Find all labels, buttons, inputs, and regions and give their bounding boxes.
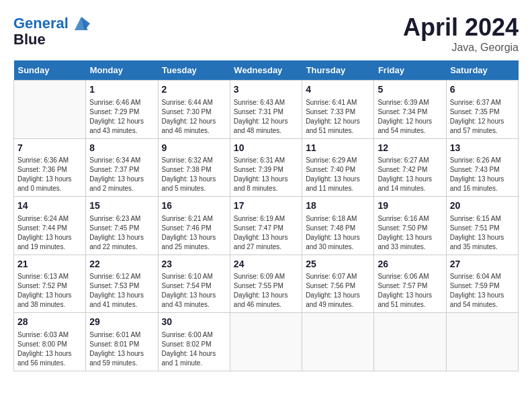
calendar-cell: 26Sunrise: 6:06 AM Sunset: 7:57 PM Dayli… bbox=[374, 255, 446, 313]
calendar-cell: 20Sunrise: 6:15 AM Sunset: 7:51 PM Dayli… bbox=[446, 197, 518, 255]
calendar-cell: 12Sunrise: 6:27 AM Sunset: 7:42 PM Dayli… bbox=[374, 138, 446, 197]
calendar-cell bbox=[14, 81, 86, 139]
day-number: 27 bbox=[450, 258, 515, 271]
logo-icon bbox=[71, 13, 91, 34]
calendar-cell bbox=[302, 313, 374, 371]
calendar-table: SundayMondayTuesdayWednesdayThursdayFrid… bbox=[13, 60, 519, 371]
day-number: 30 bbox=[162, 316, 226, 329]
day-number: 16 bbox=[162, 199, 226, 213]
day-number: 19 bbox=[378, 199, 442, 213]
day-info: Sunrise: 6:15 AM Sunset: 7:51 PM Dayligh… bbox=[450, 214, 515, 252]
day-info: Sunrise: 6:36 AM Sunset: 7:36 PM Dayligh… bbox=[17, 156, 82, 193]
weekday-header-sunday: Sunday bbox=[14, 60, 86, 81]
day-info: Sunrise: 6:09 AM Sunset: 7:55 PM Dayligh… bbox=[234, 272, 298, 310]
day-info: Sunrise: 6:43 AM Sunset: 7:31 PM Dayligh… bbox=[234, 98, 298, 136]
day-number: 28 bbox=[17, 316, 82, 329]
day-info: Sunrise: 6:24 AM Sunset: 7:44 PM Dayligh… bbox=[17, 214, 82, 252]
day-number: 14 bbox=[17, 199, 82, 213]
calendar-cell: 10Sunrise: 6:31 AM Sunset: 7:39 PM Dayli… bbox=[230, 138, 302, 197]
week-row-3: 21Sunrise: 6:13 AM Sunset: 7:52 PM Dayli… bbox=[14, 255, 519, 313]
calendar-cell: 25Sunrise: 6:07 AM Sunset: 7:56 PM Dayli… bbox=[302, 255, 374, 313]
day-info: Sunrise: 6:32 AM Sunset: 7:38 PM Dayligh… bbox=[162, 156, 226, 193]
day-info: Sunrise: 6:27 AM Sunset: 7:42 PM Dayligh… bbox=[378, 156, 442, 193]
calendar-cell: 9Sunrise: 6:32 AM Sunset: 7:38 PM Daylig… bbox=[158, 138, 230, 197]
day-number: 5 bbox=[378, 83, 442, 97]
weekday-header-saturday: Saturday bbox=[446, 60, 518, 81]
calendar-cell: 6Sunrise: 6:37 AM Sunset: 7:35 PM Daylig… bbox=[446, 81, 518, 139]
page-header: General Blue April 2024 Java, Georgia bbox=[13, 13, 519, 54]
calendar-cell: 11Sunrise: 6:29 AM Sunset: 7:40 PM Dayli… bbox=[302, 138, 374, 197]
calendar-cell: 8Sunrise: 6:34 AM Sunset: 7:37 PM Daylig… bbox=[86, 138, 158, 197]
calendar-cell: 22Sunrise: 6:12 AM Sunset: 7:53 PM Dayli… bbox=[86, 255, 158, 313]
day-info: Sunrise: 6:39 AM Sunset: 7:34 PM Dayligh… bbox=[378, 98, 442, 136]
month-title: April 2024 bbox=[403, 13, 519, 42]
day-info: Sunrise: 6:19 AM Sunset: 7:47 PM Dayligh… bbox=[234, 214, 298, 252]
day-info: Sunrise: 6:29 AM Sunset: 7:40 PM Dayligh… bbox=[306, 156, 370, 193]
day-number: 4 bbox=[306, 83, 370, 97]
day-number: 8 bbox=[89, 142, 154, 155]
calendar-cell: 17Sunrise: 6:19 AM Sunset: 7:47 PM Dayli… bbox=[230, 197, 302, 255]
weekday-header-wednesday: Wednesday bbox=[230, 60, 302, 81]
day-number: 15 bbox=[89, 199, 154, 213]
calendar-cell: 2Sunrise: 6:44 AM Sunset: 7:30 PM Daylig… bbox=[158, 81, 230, 139]
day-info: Sunrise: 6:18 AM Sunset: 7:48 PM Dayligh… bbox=[306, 214, 370, 252]
day-number: 2 bbox=[162, 83, 226, 97]
day-info: Sunrise: 6:41 AM Sunset: 7:33 PM Dayligh… bbox=[306, 98, 370, 136]
calendar-cell: 7Sunrise: 6:36 AM Sunset: 7:36 PM Daylig… bbox=[14, 138, 86, 197]
calendar-cell: 3Sunrise: 6:43 AM Sunset: 7:31 PM Daylig… bbox=[230, 81, 302, 139]
calendar-cell: 29Sunrise: 6:01 AM Sunset: 8:01 PM Dayli… bbox=[86, 313, 158, 371]
day-number: 6 bbox=[450, 83, 515, 97]
calendar-cell: 15Sunrise: 6:23 AM Sunset: 7:45 PM Dayli… bbox=[86, 197, 158, 255]
day-number: 1 bbox=[89, 83, 154, 97]
day-info: Sunrise: 6:06 AM Sunset: 7:57 PM Dayligh… bbox=[378, 272, 442, 310]
location: Java, Georgia bbox=[403, 42, 519, 54]
calendar-cell: 19Sunrise: 6:16 AM Sunset: 7:50 PM Dayli… bbox=[374, 197, 446, 255]
week-row-2: 14Sunrise: 6:24 AM Sunset: 7:44 PM Dayli… bbox=[14, 197, 519, 255]
day-info: Sunrise: 6:26 AM Sunset: 7:43 PM Dayligh… bbox=[450, 156, 515, 193]
day-number: 12 bbox=[378, 142, 442, 155]
calendar-cell: 21Sunrise: 6:13 AM Sunset: 7:52 PM Dayli… bbox=[14, 255, 86, 313]
calendar-cell bbox=[374, 313, 446, 371]
day-number: 18 bbox=[306, 199, 370, 213]
day-number: 22 bbox=[89, 258, 154, 271]
day-number: 11 bbox=[306, 142, 370, 155]
day-number: 24 bbox=[234, 258, 298, 271]
day-number: 3 bbox=[234, 83, 298, 97]
day-info: Sunrise: 6:07 AM Sunset: 7:56 PM Dayligh… bbox=[306, 272, 370, 310]
day-number: 26 bbox=[378, 258, 442, 271]
weekday-header-thursday: Thursday bbox=[302, 60, 374, 81]
week-row-1: 7Sunrise: 6:36 AM Sunset: 7:36 PM Daylig… bbox=[14, 138, 519, 197]
day-info: Sunrise: 6:34 AM Sunset: 7:37 PM Dayligh… bbox=[89, 156, 154, 193]
calendar-cell: 1Sunrise: 6:46 AM Sunset: 7:29 PM Daylig… bbox=[86, 81, 158, 139]
day-number: 17 bbox=[234, 199, 298, 213]
day-number: 29 bbox=[89, 316, 154, 329]
day-number: 7 bbox=[17, 142, 82, 155]
calendar-cell bbox=[446, 313, 518, 371]
logo-text: General bbox=[13, 15, 69, 32]
day-info: Sunrise: 6:00 AM Sunset: 8:02 PM Dayligh… bbox=[162, 330, 226, 368]
day-info: Sunrise: 6:03 AM Sunset: 8:00 PM Dayligh… bbox=[17, 330, 82, 368]
calendar-cell: 13Sunrise: 6:26 AM Sunset: 7:43 PM Dayli… bbox=[446, 138, 518, 197]
day-number: 23 bbox=[162, 258, 226, 271]
day-number: 25 bbox=[306, 258, 370, 271]
day-info: Sunrise: 6:23 AM Sunset: 7:45 PM Dayligh… bbox=[89, 214, 154, 252]
calendar-cell: 24Sunrise: 6:09 AM Sunset: 7:55 PM Dayli… bbox=[230, 255, 302, 313]
calendar-cell: 4Sunrise: 6:41 AM Sunset: 7:33 PM Daylig… bbox=[302, 81, 374, 139]
day-info: Sunrise: 6:12 AM Sunset: 7:53 PM Dayligh… bbox=[89, 272, 154, 310]
calendar-cell bbox=[230, 313, 302, 371]
calendar-cell: 14Sunrise: 6:24 AM Sunset: 7:44 PM Dayli… bbox=[14, 197, 86, 255]
weekday-header-tuesday: Tuesday bbox=[158, 60, 230, 81]
day-info: Sunrise: 6:16 AM Sunset: 7:50 PM Dayligh… bbox=[378, 214, 442, 252]
calendar-cell: 16Sunrise: 6:21 AM Sunset: 7:46 PM Dayli… bbox=[158, 197, 230, 255]
week-row-4: 28Sunrise: 6:03 AM Sunset: 8:00 PM Dayli… bbox=[14, 313, 519, 371]
weekday-header-row: SundayMondayTuesdayWednesdayThursdayFrid… bbox=[14, 60, 519, 81]
calendar-cell: 30Sunrise: 6:00 AM Sunset: 8:02 PM Dayli… bbox=[158, 313, 230, 371]
title-block: April 2024 Java, Georgia bbox=[403, 13, 519, 54]
calendar-cell: 27Sunrise: 6:04 AM Sunset: 7:59 PM Dayli… bbox=[446, 255, 518, 313]
weekday-header-friday: Friday bbox=[374, 60, 446, 81]
day-info: Sunrise: 6:46 AM Sunset: 7:29 PM Dayligh… bbox=[89, 98, 154, 136]
day-info: Sunrise: 6:44 AM Sunset: 7:30 PM Dayligh… bbox=[162, 98, 226, 136]
day-info: Sunrise: 6:21 AM Sunset: 7:46 PM Dayligh… bbox=[162, 214, 226, 252]
logo: General Blue bbox=[13, 13, 91, 48]
day-info: Sunrise: 6:10 AM Sunset: 7:54 PM Dayligh… bbox=[162, 272, 226, 310]
